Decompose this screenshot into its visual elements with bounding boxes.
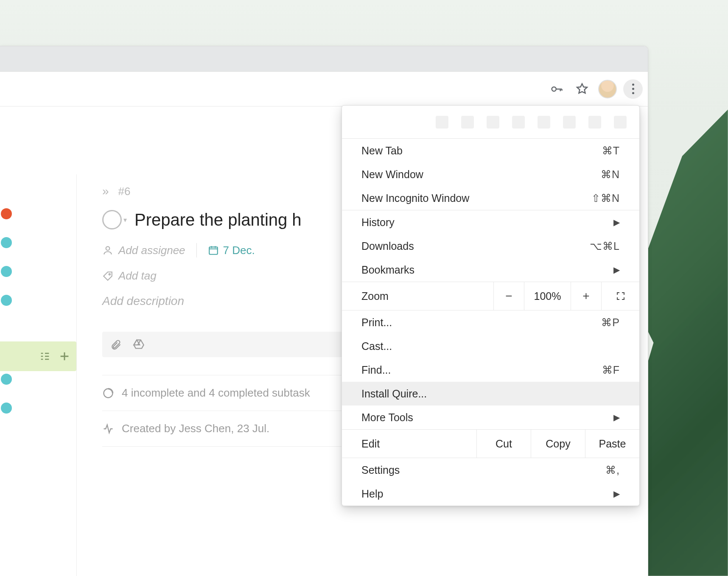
edit-label: Edit	[342, 430, 476, 458]
chevron-right-icon: ▶	[613, 412, 620, 422]
extension-icon[interactable]	[461, 116, 474, 129]
zoom-value: 100%	[524, 282, 571, 310]
menu-item-more-tools[interactable]: More Tools ▶	[342, 405, 639, 429]
menu-edit-row: Edit Cut Copy Paste	[342, 429, 639, 458]
chevron-right-icon: ▶	[613, 217, 620, 227]
menu-item-new-incognito[interactable]: New Incognito Window ⇧⌘N	[342, 186, 639, 210]
fullscreen-icon	[616, 291, 626, 301]
paperclip-icon[interactable]	[110, 338, 122, 350]
task-title[interactable]: Prepare the planting h	[134, 210, 302, 229]
menu-item-downloads[interactable]: Downloads ⌥⌘L	[342, 234, 639, 258]
status-circle-icon	[102, 210, 122, 229]
avatar-dot	[1, 295, 12, 306]
edit-paste-button[interactable]: Paste	[585, 430, 639, 458]
menu-item-bookmarks[interactable]: Bookmarks ▶	[342, 258, 639, 282]
browser-tabstrip	[0, 46, 648, 72]
progress-circle-icon	[102, 387, 114, 399]
menu-item-find[interactable]: Find... ⌘F	[342, 358, 639, 382]
bookmark-star-icon[interactable]	[572, 79, 592, 99]
avatar-dot	[1, 237, 12, 248]
svg-point-3	[109, 274, 110, 275]
add-assignee-button[interactable]: Add assignee	[102, 244, 185, 257]
zoom-out-button[interactable]: −	[493, 282, 524, 310]
due-date-button[interactable]: 7 Dec.	[208, 244, 255, 257]
menu-zoom-row: Zoom − 100% +	[342, 282, 639, 310]
subtasks-icon[interactable]	[39, 350, 51, 362]
collapse-chevron-icon[interactable]: »	[102, 185, 109, 198]
menu-extension-row	[342, 106, 639, 139]
menu-item-install-quire[interactable]: Install Quire...	[342, 382, 639, 405]
tag-icon	[102, 271, 113, 282]
active-task-row-actions	[0, 341, 76, 371]
avatar-dot	[1, 266, 12, 277]
zoom-in-button[interactable]: +	[571, 282, 601, 310]
avatar-dot	[1, 374, 12, 385]
extension-icon[interactable]	[538, 116, 550, 129]
menu-item-help[interactable]: Help ▶	[342, 482, 639, 506]
browser-menu-button[interactable]	[623, 79, 643, 99]
edit-copy-button[interactable]: Copy	[531, 430, 585, 458]
add-tag-button[interactable]: Add tag	[102, 269, 157, 282]
extension-icon[interactable]	[563, 116, 576, 129]
task-id-label: #6	[118, 185, 131, 198]
menu-item-new-tab[interactable]: New Tab ⌘T	[342, 139, 639, 162]
profile-avatar[interactable]	[598, 79, 617, 99]
menu-item-history[interactable]: History ▶	[342, 210, 639, 234]
svg-point-1	[106, 246, 110, 250]
menu-item-cast[interactable]: Cast...	[342, 334, 639, 358]
browser-overflow-menu: New Tab ⌘T New Window ⌘N New Incognito W…	[342, 105, 640, 506]
add-icon[interactable]	[59, 350, 70, 362]
menu-item-settings[interactable]: Settings ⌘,	[342, 458, 639, 482]
menu-item-print[interactable]: Print... ⌘P	[342, 310, 639, 334]
svg-rect-2	[209, 247, 218, 254]
chevron-right-icon: ▶	[613, 489, 620, 499]
avatar-dot	[1, 208, 12, 219]
zoom-label: Zoom	[342, 282, 493, 310]
drive-icon[interactable]	[133, 338, 145, 350]
extension-icon[interactable]	[512, 116, 525, 129]
person-icon	[102, 245, 113, 256]
task-status-toggle[interactable]: ▾	[102, 210, 127, 229]
fullscreen-button[interactable]	[601, 282, 639, 310]
svg-point-0	[552, 87, 556, 91]
extension-icon[interactable]	[487, 116, 499, 129]
separator	[196, 243, 197, 257]
menu-item-new-window[interactable]: New Window ⌘N	[342, 162, 639, 186]
task-list-avatars	[0, 208, 13, 414]
extension-icon[interactable]	[436, 116, 448, 129]
chevron-down-icon: ▾	[123, 216, 127, 224]
activity-icon	[102, 423, 114, 435]
password-key-icon[interactable]	[547, 79, 566, 99]
browser-toolbar	[0, 72, 648, 106]
extension-icon[interactable]	[588, 116, 601, 129]
calendar-icon	[208, 245, 219, 256]
avatar-dot	[1, 403, 12, 414]
edit-cut-button[interactable]: Cut	[476, 430, 531, 458]
extension-icon[interactable]	[614, 116, 627, 129]
chevron-right-icon: ▶	[613, 265, 620, 275]
